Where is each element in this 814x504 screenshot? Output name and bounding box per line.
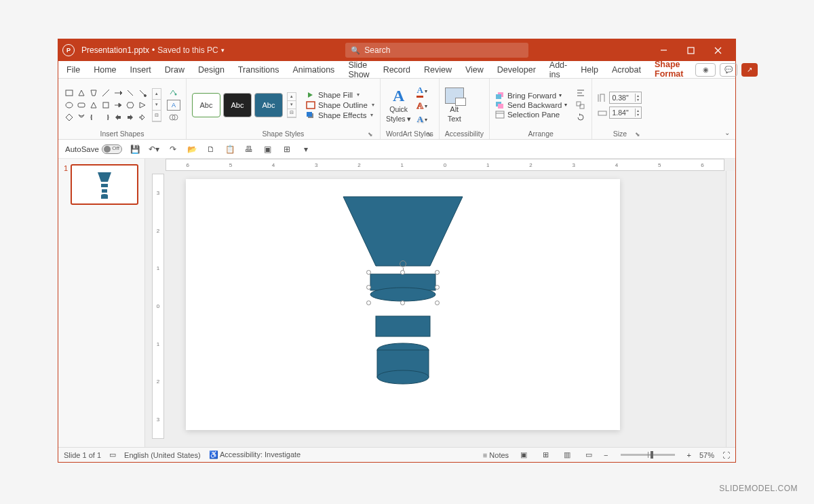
text-effects-button[interactable]: A▾ <box>416 114 427 125</box>
tab-animations[interactable]: Animations <box>292 62 336 77</box>
zoom-out-button[interactable]: − <box>604 451 608 459</box>
tab-review[interactable]: Review <box>423 62 453 77</box>
comments-button[interactable]: 💬 <box>720 63 737 77</box>
ribbon-collapse-icon[interactable]: ⌄ <box>724 129 730 136</box>
shapes-gallery-more[interactable]: ▴▾⊟ <box>152 88 161 122</box>
status-bar: Slide 1 of 1 ▭ English (United States) ♿… <box>58 447 735 462</box>
autosave-label: AutoSave <box>65 145 99 153</box>
share-button[interactable]: ↗ <box>741 63 758 77</box>
svg-point-42 <box>377 370 429 384</box>
zoom-in-button[interactable]: + <box>687 451 691 459</box>
thumbnail-number: 1 <box>64 164 68 205</box>
thumbnails-panel[interactable]: 1 <box>58 159 145 447</box>
shape-effects-button[interactable]: Shape Effects▾ <box>306 111 374 119</box>
notes-button[interactable]: ≡ Notes <box>483 451 509 459</box>
qat-more-icon[interactable]: ▾ <box>300 143 312 155</box>
slideshow-view-icon[interactable]: ▭ <box>582 450 596 461</box>
slide-indicator[interactable]: Slide 1 of 1 <box>64 451 101 459</box>
present-icon[interactable]: ▣ <box>262 143 274 155</box>
slide-canvas[interactable] <box>186 179 620 430</box>
merge-shapes-icon[interactable] <box>167 112 180 123</box>
rotate-button[interactable] <box>575 113 586 122</box>
height-input[interactable]: 0.38"▴▾ <box>609 92 642 104</box>
group-accessibility: Alt Text Accessibility <box>440 79 490 139</box>
shape-styles-launcher[interactable]: ⬊ <box>368 131 373 138</box>
tab-file[interactable]: File <box>65 62 81 77</box>
align-button[interactable] <box>575 88 586 98</box>
tab-transitions[interactable]: Transitions <box>237 62 281 77</box>
svg-point-13 <box>175 93 177 95</box>
selection-handles[interactable] <box>369 273 437 303</box>
redo-icon[interactable]: ↷ <box>167 143 179 155</box>
zoom-level[interactable]: 57% <box>699 451 714 459</box>
text-fill-button[interactable]: A▾ <box>416 85 427 98</box>
funnel-cylinder-shape[interactable] <box>377 343 429 384</box>
svg-rect-4 <box>66 90 73 96</box>
new-icon[interactable]: 🗋 <box>205 143 217 155</box>
save-status[interactable]: Saved to this PC <box>157 45 218 55</box>
language-indicator[interactable]: English (United States) <box>124 451 201 459</box>
shape-fill-button[interactable]: Shape Fill▾ <box>306 91 374 99</box>
send-backward-button[interactable]: Send Backward ▾ <box>495 101 568 109</box>
accessibility-indicator[interactable]: ♿ Accessibility: Investigate <box>209 450 301 459</box>
tab-record[interactable]: Record <box>382 62 412 77</box>
tab-help[interactable]: Help <box>579 62 600 77</box>
funnel-mid-shape[interactable] <box>376 316 430 336</box>
tab-view[interactable]: View <box>464 62 485 77</box>
normal-view-icon[interactable]: ▣ <box>517 450 530 461</box>
camera-button[interactable]: ◉ <box>695 63 716 77</box>
style-swatch-3[interactable]: Abc <box>254 93 283 117</box>
save-icon[interactable]: 💾 <box>129 143 141 155</box>
text-outline-button[interactable]: A▾ <box>416 100 427 111</box>
tab-acrobat[interactable]: Acrobat <box>610 62 642 77</box>
svg-rect-16 <box>307 102 315 109</box>
tab-developer[interactable]: Developer <box>496 62 537 77</box>
undo-icon[interactable]: ↶▾ <box>148 143 160 155</box>
open-icon[interactable]: 📂 <box>186 143 198 155</box>
style-swatch-1[interactable]: Abc <box>192 93 220 117</box>
style-swatch-2[interactable]: Abc <box>223 93 252 117</box>
selection-pane-button[interactable]: Selection Pane <box>495 111 568 119</box>
tab-design[interactable]: Design <box>197 62 226 77</box>
shape-outline-button[interactable]: Shape Outline▾ <box>306 101 374 109</box>
book-icon[interactable]: ▭ <box>109 450 116 459</box>
shape-style-gallery[interactable]: Abc Abc Abc <box>192 93 283 117</box>
zoom-slider[interactable] <box>621 454 675 456</box>
group-wordart: A Quick Styles ▾ A▾ A▾ A▾ WordArt Styles… <box>381 79 440 139</box>
search-box[interactable]: 🔍 <box>345 43 528 58</box>
size-launcher[interactable]: ⬊ <box>635 131 640 138</box>
slide-thumbnail-1[interactable] <box>71 164 138 205</box>
sorter-view-icon[interactable]: ⊞ <box>539 450 552 461</box>
search-input[interactable] <box>364 45 523 55</box>
autosave-toggle[interactable]: Off <box>102 144 122 154</box>
alt-text-button[interactable]: Alt Text <box>445 88 464 123</box>
shapes-gallery[interactable] <box>64 88 148 123</box>
quick-styles-button[interactable]: A Quick Styles ▾ <box>386 88 412 123</box>
width-input[interactable]: 1.84"▴▾ <box>609 106 642 119</box>
text-box-icon[interactable]: A <box>167 100 180 111</box>
slide-editor[interactable]: 6543210123456 3210123 <box>145 159 735 447</box>
alt-text-icon <box>445 88 464 104</box>
rotate-handle-icon[interactable] <box>400 260 406 267</box>
arrange-label: Arrange <box>528 130 554 138</box>
tab-insert[interactable]: Insert <box>129 62 153 77</box>
layout-icon[interactable]: ⊞ <box>281 143 293 155</box>
funnel-top-shape[interactable] <box>343 197 463 266</box>
file-name[interactable]: Presentation1.pptx <box>81 45 149 55</box>
svg-rect-35 <box>102 189 107 193</box>
tab-draw[interactable]: Draw <box>163 62 186 77</box>
edit-shape-icon[interactable] <box>167 88 180 98</box>
paste-icon[interactable]: 📋 <box>224 143 236 155</box>
style-gallery-more[interactable]: ▴▾⊟ <box>287 92 296 118</box>
bring-forward-button[interactable]: Bring Forward ▾ <box>495 92 568 100</box>
chevron-down-icon[interactable]: ▾ <box>221 47 225 54</box>
svg-rect-32 <box>598 111 606 115</box>
vertical-scrollbar[interactable] <box>726 171 735 447</box>
close-button[interactable] <box>704 39 731 61</box>
group-button[interactable] <box>575 100 586 110</box>
wordart-launcher[interactable]: ⬊ <box>427 131 432 138</box>
fit-to-window-icon[interactable]: ⛶ <box>722 451 730 459</box>
reading-view-icon[interactable]: ▥ <box>560 450 574 461</box>
print-icon[interactable]: 🖶 <box>243 143 255 155</box>
tab-home[interactable]: Home <box>92 62 117 77</box>
